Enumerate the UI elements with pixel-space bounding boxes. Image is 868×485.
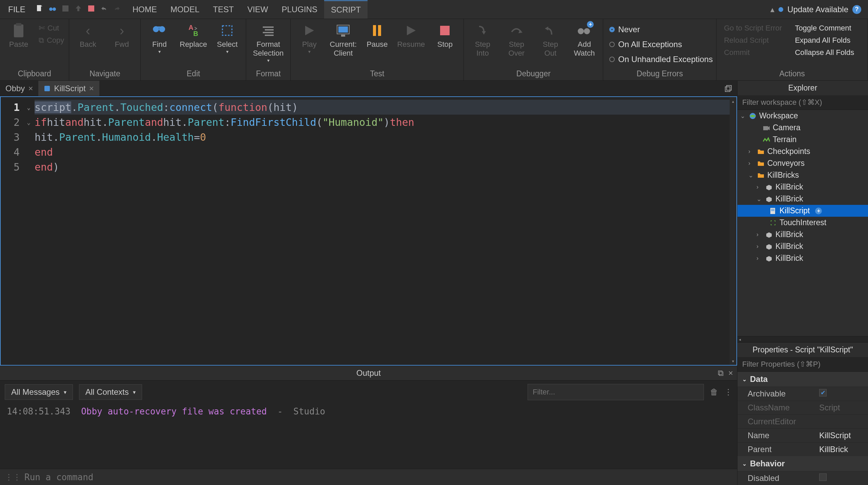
back-button[interactable]: ‹Back [73, 21, 103, 49]
collapse-folds-button[interactable]: Collapse All Folds [793, 47, 855, 58]
property-row-archivable[interactable]: Archivable✔ [737, 387, 868, 401]
tab-home[interactable]: HOME [126, 1, 164, 18]
publish-icon[interactable] [74, 4, 82, 15]
popout-icon[interactable] [719, 84, 737, 93]
checkbox-unchecked-icon[interactable] [819, 473, 827, 481]
camera-icon [763, 124, 770, 132]
help-icon[interactable]: ? [852, 5, 861, 14]
tree-node-killbrick[interactable]: ›KillBrick [737, 181, 868, 193]
tree-node-checkpoints[interactable]: ›Checkpoints [737, 146, 868, 157]
close-icon[interactable]: × [28, 84, 33, 93]
svg-point-3 [53, 7, 56, 11]
step-out-button[interactable]: Step Out [535, 21, 566, 58]
more-icon[interactable]: ⋮ [724, 387, 732, 397]
trash-icon[interactable]: 🗑 [710, 387, 718, 397]
tree-node-killbricks[interactable]: ⌄KillBricks [737, 169, 868, 181]
close-icon[interactable]: × [89, 84, 94, 93]
contexts-filter-dropdown[interactable]: All Contexts▾ [79, 384, 142, 400]
command-bar: ⋮⋮ [0, 469, 737, 485]
fold-icon[interactable]: ⌄ [27, 119, 31, 126]
tree-node-killscript[interactable]: KillScript+ [737, 205, 868, 217]
resume-button[interactable]: Resume [396, 21, 426, 49]
close-icon[interactable]: × [728, 368, 733, 378]
tree-node-conveyors[interactable]: ›Conveyors [737, 157, 868, 169]
editor-tab-obby[interactable]: Obby × [0, 81, 38, 96]
explorer-filter[interactable]: Filter workspace (⇧⌘X) [737, 95, 868, 110]
step-into-button[interactable]: Step Into [467, 21, 498, 58]
tree-node-killbrick[interactable]: ›KillBrick [737, 240, 868, 252]
add-watch-button[interactable]: +Add Watch [569, 21, 599, 58]
pause-button[interactable]: Pause [362, 21, 392, 49]
stop-qat-icon[interactable] [87, 4, 95, 15]
chevron-down-icon: ▾ [64, 389, 66, 395]
horizontal-scrollbar[interactable]: ◂ [737, 336, 868, 342]
find-button[interactable]: Find▾ [144, 21, 175, 54]
properties-section-data[interactable]: ⌄Data [737, 372, 868, 387]
replace-button[interactable]: AB Replace [178, 21, 209, 49]
property-row-name[interactable]: NameKillScript [737, 428, 868, 442]
checkbox-checked-icon[interactable]: ✔ [819, 389, 827, 396]
redo-icon[interactable] [113, 4, 121, 15]
properties-filter[interactable]: Filter Properties (⇧⌘P) [737, 357, 868, 372]
svg-marker-28 [545, 26, 548, 31]
fold-icon[interactable]: ⌄ [27, 104, 31, 111]
radio-unhandled-exceptions[interactable]: On Unhandled Exceptions [609, 53, 713, 66]
step-over-button[interactable]: Step Over [501, 21, 532, 58]
property-row-disabled[interactable]: Disabled [737, 471, 868, 485]
new-file-icon[interactable] [36, 4, 44, 15]
tab-plugins[interactable]: PLUGINS [275, 1, 324, 18]
play-button[interactable]: Play▾ [294, 21, 324, 54]
right-panel: Explorer Filter workspace (⇧⌘X) ⌄Workspa… [737, 81, 868, 485]
tab-script[interactable]: SCRIPT [324, 0, 368, 19]
tree-node-killbrick[interactable]: ⌄KillBrick [737, 193, 868, 205]
paste-button[interactable]: Paste [3, 21, 34, 49]
format-selection-button[interactable]: Format Selection▾ [250, 21, 287, 63]
code-editor[interactable]: 1⌄ 2⌄ 3 4 5 script.Parent.Touched:connec… [0, 96, 737, 366]
go-to-script-error-button[interactable]: Go to Script Error [723, 23, 783, 33]
forward-button[interactable]: ›Fwd [106, 21, 137, 49]
commit-button[interactable]: Commit [723, 47, 783, 58]
radio-all-exceptions[interactable]: On All Exceptions [609, 38, 713, 51]
command-input[interactable] [24, 472, 732, 482]
add-icon[interactable]: + [815, 208, 822, 214]
tree-node-touchinterest[interactable]: TouchInterest [737, 217, 868, 229]
scrollbar[interactable]: ▴ ▾ [730, 97, 736, 365]
tree-node-killbrick[interactable]: ›KillBrick [737, 229, 868, 240]
editor-tab-label: Obby [5, 84, 25, 93]
tree-node-killbrick[interactable]: ›KillBrick [737, 252, 868, 264]
update-available-label[interactable]: Update Available [787, 5, 848, 14]
binoculars-icon[interactable] [48, 4, 57, 15]
tree-node-workspace[interactable]: ⌄Workspace [737, 110, 868, 122]
svg-rect-23 [378, 25, 381, 36]
tab-view[interactable]: VIEW [240, 1, 275, 18]
save-icon[interactable] [61, 4, 70, 15]
popout-icon[interactable]: ⧉ [718, 368, 724, 378]
reload-script-button[interactable]: Reload Script [723, 35, 783, 45]
editor-tab-killscript[interactable]: KillScript × [38, 81, 99, 96]
file-menu[interactable]: FILE [3, 5, 31, 14]
tab-test[interactable]: TEST [206, 1, 240, 18]
output-filter-input[interactable] [528, 384, 704, 400]
copy-button[interactable]: ⧉Copy [37, 35, 65, 45]
tree-node-camera[interactable]: Camera [737, 122, 868, 134]
svg-marker-43 [774, 224, 775, 225]
tab-model[interactable]: MODEL [164, 1, 206, 18]
code-content[interactable]: script.Parent.Touched:connect(function(h… [35, 97, 730, 365]
drag-handle-icon[interactable]: ⋮⋮ [5, 472, 21, 482]
ribbon-tabs: HOME MODEL TEST VIEW PLUGINS SCRIPT [126, 0, 368, 19]
cut-button[interactable]: ✄Cut [37, 23, 65, 33]
stop-button[interactable]: Stop [430, 21, 460, 49]
tree-node-terrain[interactable]: Terrain [737, 134, 868, 146]
select-button[interactable]: Select▾ [212, 21, 242, 54]
line-number: 5 [14, 161, 20, 173]
undo-icon[interactable] [100, 4, 108, 15]
current-client-button[interactable]: Current: Client [328, 21, 358, 58]
radio-never[interactable]: Never [609, 23, 713, 36]
toggle-comment-button[interactable]: Toggle Comment [793, 23, 855, 33]
messages-filter-dropdown[interactable]: All Messages▾ [5, 384, 73, 400]
expand-folds-button[interactable]: Expand All Folds [793, 35, 855, 45]
properties-section-behavior[interactable]: ⌄Behavior [737, 456, 868, 471]
group-debugger: Step Into Step Over Step Out +Add Watch … [464, 19, 603, 80]
collapse-ribbon-icon[interactable]: ▴ [770, 5, 774, 14]
property-row-parent[interactable]: ParentKillBrick [737, 442, 868, 456]
